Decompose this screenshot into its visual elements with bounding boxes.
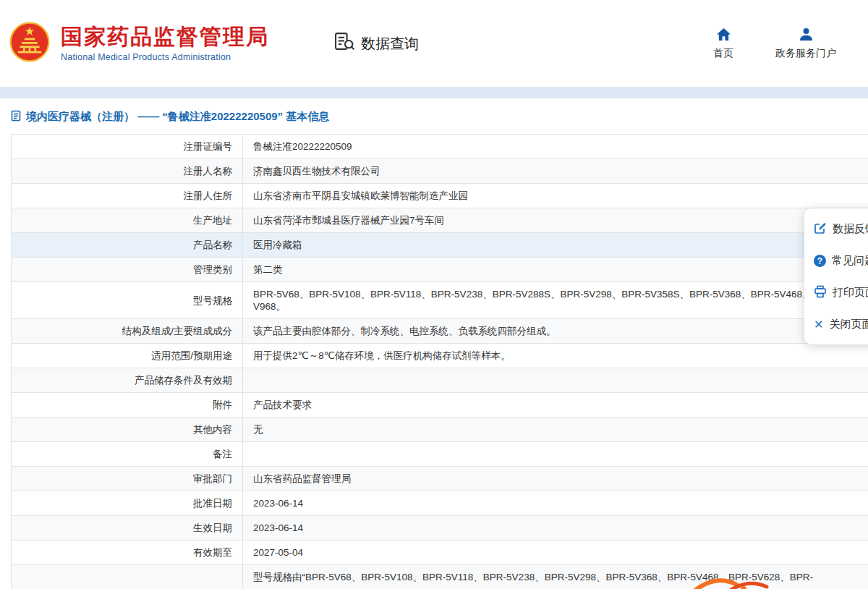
table-row: 产品名称医用冷藏箱: [12, 233, 868, 258]
user-icon: [799, 27, 814, 43]
table-row: 管理类别第二类: [12, 258, 868, 282]
row-value: 医用冷藏箱: [243, 233, 868, 258]
table-row: 适用范围/预期用途用于提供2℃～8℃储存环境，供医疗机构储存试剂等样本。: [12, 344, 868, 368]
row-label: 产品名称: [12, 233, 243, 258]
row-label: 产品储存条件及有效期: [12, 368, 243, 393]
table-row: 注册人住所山东省济南市平阴县安城镇欧莱博智能制造产业园: [12, 184, 868, 208]
row-value: 2023-06-14: [243, 491, 868, 516]
row-value: 2027-05-04: [243, 541, 868, 565]
document-icon: [11, 110, 21, 124]
row-label: 备注: [12, 442, 243, 467]
row-label: 结构及组成/主要组成成分: [12, 319, 243, 344]
side-tool-panel: 数据反馈 ? 常见问题 打印页面 ✕ 关闭页面: [804, 208, 868, 344]
panel-item-feedback[interactable]: 数据反馈: [804, 213, 868, 245]
table-row: 批准日期2023-06-14: [12, 491, 868, 516]
table-row: 其他内容无: [12, 418, 868, 442]
site-header: 国家药品监督管理局 National Medical Products Admi…: [0, 0, 868, 87]
table-row: 备注: [12, 442, 868, 467]
row-value: 产品技术要求: [243, 393, 868, 418]
top-nav: 首页 政务服务门户: [713, 27, 846, 60]
panel-item-label: 数据反馈: [833, 222, 868, 236]
table-row: 生效日期2023-06-14: [12, 516, 868, 541]
agency-name-cn: 国家药品监督管理局: [61, 25, 269, 50]
table-row: 有效期至2027-05-04: [12, 541, 868, 565]
row-value: 济南鑫贝西生物技术有限公司: [243, 159, 868, 184]
row-value: 鲁械注准20222220509: [243, 135, 868, 159]
nav-label: 首页: [713, 47, 733, 60]
panel-item-label: 打印页面: [833, 286, 868, 300]
panel-item-label: 常见问题: [832, 254, 868, 268]
home-icon: [716, 27, 731, 43]
row-label: 生产地址: [12, 208, 243, 233]
row-value: 山东省济南市平阴县安城镇欧莱博智能制造产业园: [243, 184, 868, 208]
row-label: 注册证编号: [12, 135, 243, 159]
row-label: 注册人名称: [12, 159, 243, 184]
national-emblem-icon: [9, 21, 51, 66]
row-value: 山东省药品监督管理局: [243, 467, 868, 491]
table-row: 附件产品技术要求: [12, 393, 868, 418]
panel-item-label: 关闭页面: [829, 318, 868, 331]
row-label: 注册人住所: [12, 184, 243, 208]
document-search-icon: [334, 32, 355, 55]
row-label: 生效日期: [12, 516, 243, 541]
row-value: 山东省菏泽市鄄城县医疗器械产业园7号车间: [243, 208, 868, 233]
row-value: 无: [243, 418, 868, 442]
row-value: [243, 442, 868, 467]
close-icon: ✕: [814, 318, 823, 331]
table-row: 注册证编号鲁械注准20222220509: [12, 135, 868, 159]
row-label: [12, 565, 243, 589]
row-label: 适用范围/预期用途: [12, 344, 243, 368]
question-icon: ?: [814, 255, 826, 267]
table-row: 注册人名称济南鑫贝西生物技术有限公司: [12, 159, 868, 184]
registration-info-table: 注册证编号鲁械注准20222220509注册人名称济南鑫贝西生物技术有限公司注册…: [11, 134, 868, 589]
table-row: 型号规格BPR-5V68、BPR-5V108、BPR-5V118、BPR-5V2…: [12, 282, 868, 319]
data-query-label: 数据查询: [361, 34, 419, 54]
row-value: BPR-5V68、BPR-5V108、BPR-5V118、BPR-5V238、B…: [243, 282, 868, 319]
table-row: 生产地址山东省菏泽市鄄城县医疗器械产业园7号车间: [12, 208, 868, 233]
nav-item-portal[interactable]: 政务服务门户: [775, 27, 836, 60]
page-title: 境内医疗器械（注册） —— “鲁械注准20222220509” 基本信息: [11, 110, 868, 124]
row-label: 有效期至: [12, 541, 243, 565]
print-icon: [814, 285, 827, 300]
table-row: 审批部门山东省药品监督管理局: [12, 467, 868, 491]
row-label: 其他内容: [12, 418, 243, 442]
nav-item-home[interactable]: 首页: [713, 27, 733, 60]
row-value: [243, 368, 868, 393]
row-label: 批准日期: [12, 491, 243, 516]
header-divider-band: [0, 87, 868, 98]
row-label: 型号规格: [12, 282, 243, 319]
panel-item-print[interactable]: 打印页面: [804, 276, 868, 309]
row-value: 该产品主要由腔体部分、制冷系统、电控系统、负载系统四部分组成。: [243, 319, 868, 344]
panel-item-faq[interactable]: ? 常见问题: [804, 245, 868, 276]
row-value: 型号规格由“BPR-5V68、BPR-5V108、BPR-5V118、BPR-5…: [243, 565, 868, 589]
row-value: 第二类: [243, 258, 868, 282]
agency-logo[interactable]: 国家药品监督管理局 National Medical Products Admi…: [9, 21, 269, 66]
row-label: 审批部门: [12, 467, 243, 491]
panel-item-close[interactable]: ✕ 关闭页面: [804, 309, 868, 340]
row-label: 附件: [12, 393, 243, 418]
table-row: 结构及组成/主要组成成分该产品主要由腔体部分、制冷系统、电控系统、负载系统四部分…: [12, 319, 868, 344]
agency-name-en: National Medical Products Administration: [61, 52, 269, 62]
feedback-icon: [814, 221, 827, 237]
table-row: 产品储存条件及有效期: [12, 368, 868, 393]
row-value: 2023-06-14: [243, 516, 868, 541]
page-title-text: 境内医疗器械（注册） —— “鲁械注准20222220509” 基本信息: [26, 110, 329, 124]
nav-label: 政务服务门户: [775, 47, 836, 60]
table-row: 型号规格由“BPR-5V68、BPR-5V108、BPR-5V118、BPR-5…: [12, 565, 868, 589]
row-value: 用于提供2℃～8℃储存环境，供医疗机构储存试剂等样本。: [243, 344, 868, 368]
data-query-link[interactable]: 数据查询: [334, 32, 419, 55]
row-label: 管理类别: [12, 258, 243, 282]
